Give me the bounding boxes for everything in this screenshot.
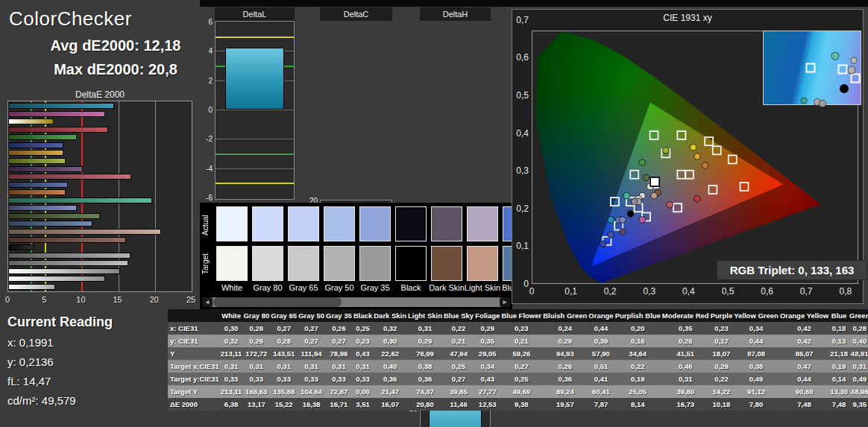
deltae-bar-light-skin <box>8 229 161 235</box>
target-swatch-white[interactable] <box>216 246 248 281</box>
deltae-bar-orange <box>8 189 66 195</box>
table-cell: 0,40 <box>373 360 407 373</box>
table-cell: 25,05 <box>614 385 661 398</box>
x-tick-label: 10 <box>76 295 85 304</box>
table-row: ΔE 20006,3813,1715,2216,3816,713,5116,07… <box>168 398 868 411</box>
table-cell: 0,29 <box>407 335 443 347</box>
table-cell: 0,30 <box>373 335 407 347</box>
table-cell: 0,26 <box>661 335 710 347</box>
deltal-bar <box>225 48 285 110</box>
deltah-chart-title: DeltaH <box>420 7 491 21</box>
table-cell: 0,49 <box>849 373 868 385</box>
cie-panel: CIE 1931 xy 00,10,20,30,40,50,60,70,8 <box>512 9 864 304</box>
table-cell: 0,00 <box>353 385 373 398</box>
measurement-marker-green <box>639 159 646 166</box>
table-cell: 47,94 <box>443 347 474 360</box>
actual-swatch-light-skin[interactable] <box>467 206 498 241</box>
table-cell: 0,31 <box>298 360 325 373</box>
table-cell: 74,37 <box>407 385 443 398</box>
table-cell: 0,31 <box>270 360 298 373</box>
target-swatch-light-skin[interactable] <box>467 246 498 281</box>
table-cell: 18,07 <box>710 347 734 360</box>
rgb-triplet-badge: RGB Triplet: 0, 133, 163 <box>717 260 867 280</box>
table-cell: 86,07 <box>779 347 829 360</box>
column-header: Green <box>849 309 868 322</box>
cie-x-tick-label: 0,8 <box>839 286 852 297</box>
x-tick-label: 5 <box>42 295 46 304</box>
table-cell: 0,33 <box>270 373 298 385</box>
x-tick-label: 20 <box>150 295 159 304</box>
target-swatch-gray-80[interactable] <box>252 246 283 281</box>
table-cell: 39,85 <box>443 385 474 398</box>
actual-swatch-gray-35[interactable] <box>359 206 391 241</box>
y-tick-label: 2 <box>193 76 213 84</box>
actual-swatch-dark-skin[interactable] <box>431 206 462 241</box>
table-cell: 0,30 <box>220 322 243 335</box>
actual-swatch-gray-50[interactable] <box>324 206 355 241</box>
top-strip <box>200 0 868 7</box>
table-cell: 0,51 <box>588 360 614 373</box>
inset-dot-marker <box>847 66 855 74</box>
current-reading-title: Current Reading <box>7 314 164 330</box>
table-cell: 90,60 <box>779 385 829 398</box>
cie-x-tick-label: 0,5 <box>722 286 735 297</box>
scroll-right-button[interactable]: ► <box>500 297 510 307</box>
target-swatch-dark-skin[interactable] <box>431 246 462 281</box>
measurement-marker-cyan <box>608 217 614 224</box>
actual-swatch-gray-65[interactable] <box>288 206 319 241</box>
target-swatch-black[interactable] <box>395 246 427 281</box>
row-label: ΔE 2000 <box>168 398 220 411</box>
column-header: Gray 65 <box>270 309 298 322</box>
deltae-bar-white <box>8 284 55 290</box>
table-cell: 0,13 <box>829 335 849 347</box>
cie-y-tick-label: 0,6 <box>509 52 529 63</box>
measurement-marker-yellow-green <box>663 148 670 154</box>
table-cell: 78,96 <box>325 347 353 360</box>
table-cell: 0,27 <box>270 322 298 335</box>
row-label: Target x:CIE31 <box>168 360 220 373</box>
target-swatch-gray-35[interactable] <box>359 246 391 281</box>
table-cell: 0,32 <box>373 322 407 335</box>
swatch-panel: Actual Target WhiteGray 80Gray 65Gray 50… <box>200 203 512 309</box>
table-cell: 0,17 <box>710 335 734 347</box>
table-cell: 0,35 <box>474 335 500 347</box>
table-cell: 10,18 <box>710 398 734 411</box>
column-header: Black <box>353 309 373 322</box>
deltae-bar-blue <box>8 142 63 148</box>
scroll-left-button[interactable]: ◄ <box>202 297 213 307</box>
actual-swatch-black[interactable] <box>395 206 427 241</box>
cie-x-axis: 00,10,20,30,40,50,60,70,8 <box>532 286 858 298</box>
table-cell: 0,23 <box>710 322 734 335</box>
target-swatch-gray-65[interactable] <box>288 246 319 281</box>
table-cell: 0,38 <box>733 360 779 373</box>
scroll-thumb[interactable] <box>213 297 342 307</box>
table-cell: 0,31 <box>242 360 270 373</box>
column-header: Purple <box>710 309 734 322</box>
table-cell: 0,19 <box>614 373 661 385</box>
target-swatch-gray-50[interactable] <box>324 246 355 281</box>
table-cell: 0,49 <box>733 373 779 385</box>
measurement-marker-orange <box>702 162 708 169</box>
y-tick-label: -4 <box>193 164 213 172</box>
y-tick-label: -6 <box>193 194 213 202</box>
table-cell: 0,44 <box>733 335 779 347</box>
current-reading-panel: Current Reading x: 0,1991 y: 0,2136 fL: … <box>7 314 164 414</box>
inset-dot-marker <box>801 98 808 104</box>
column-header: Yellow Green <box>733 309 779 322</box>
table-cell: 0,27 <box>298 335 325 347</box>
measurement-marker-moderate-red <box>667 201 673 208</box>
table-cell: 0,29 <box>474 322 500 335</box>
table-cell: 13,17 <box>242 398 270 411</box>
actual-swatch-white[interactable] <box>216 206 248 241</box>
current-reading-fl: fL: 14,47 <box>7 375 164 388</box>
actual-swatch-gray-80[interactable] <box>252 206 283 241</box>
x-tick-label: 25 <box>186 295 195 304</box>
deltae-bar-yellow <box>8 118 54 124</box>
limit-line-green <box>216 154 294 155</box>
deltae-bar-cyan <box>8 103 114 109</box>
table-cell: 41,51 <box>661 347 710 360</box>
swatch-scrollbar[interactable]: ◄ ► <box>202 297 510 307</box>
deltae-bar-bluish-green <box>8 197 152 203</box>
table-header-row: WhiteGray 80Gray 65Gray 50Gray 35BlackDa… <box>168 309 868 322</box>
table-cell: 0,36 <box>407 373 443 385</box>
